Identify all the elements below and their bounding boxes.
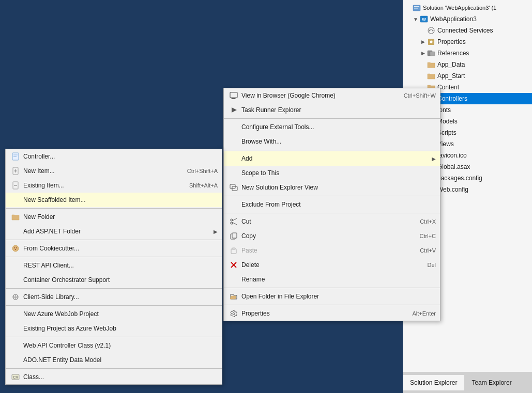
existing-item-label: Existing Item... bbox=[23, 182, 179, 189]
menu-new-folder[interactable]: New Folder bbox=[6, 210, 222, 224]
new-folder-label: New Folder bbox=[23, 213, 218, 221]
menu-task-runner[interactable]: Task Runner Explorer bbox=[224, 103, 440, 117]
models-label: Models bbox=[437, 118, 530, 125]
menu-view-browser[interactable]: View in Browser (Google Chrome) Ctrl+Shi… bbox=[224, 88, 440, 103]
menu-exclude[interactable]: Exclude From Project bbox=[224, 197, 440, 212]
controllers-label: Controllers bbox=[437, 95, 530, 102]
menu-container[interactable]: Container Orchestrator Support bbox=[6, 273, 222, 287]
menu-browse-with[interactable]: Browse With... bbox=[224, 134, 440, 149]
appdata-folder-icon bbox=[427, 60, 436, 69]
tree-item-appstart[interactable]: App_Start bbox=[403, 70, 532, 82]
global-label: Global.asax bbox=[437, 163, 530, 170]
left-sep5 bbox=[6, 305, 222, 306]
task-runner-label: Task Runner Explorer bbox=[241, 106, 436, 114]
aspnet-folder-label: Add ASP.NET Folder bbox=[23, 228, 214, 235]
tab-solution-explorer[interactable]: Solution Explorer bbox=[403, 375, 464, 390]
webapp-label: WebApplication3 bbox=[430, 15, 530, 23]
menu-ado-model[interactable]: ADO.NET Entity Data Model bbox=[6, 353, 222, 367]
new-item-shortcut: Ctrl+Shift+A bbox=[187, 168, 218, 174]
rest-api-icon bbox=[10, 260, 21, 271]
controller-icon bbox=[10, 151, 21, 162]
scissors-icon bbox=[228, 216, 239, 227]
cut-shortcut: Ctrl+X bbox=[420, 218, 436, 225]
arrow-properties: ▶ bbox=[419, 39, 427, 44]
menu-azure-webjob[interactable]: New Azure WebJob Project bbox=[6, 307, 222, 321]
menu-web-api-ctrl[interactable]: Web API Controller Class (v2.1) bbox=[6, 338, 222, 353]
cookiecutter-icon bbox=[10, 243, 21, 254]
properties-shortcut: Alt+Enter bbox=[412, 310, 436, 317]
sep6 bbox=[224, 305, 440, 305]
tab-team-explorer[interactable]: Team Explorer bbox=[464, 375, 519, 390]
svg-line-28 bbox=[233, 218, 237, 221]
menu-new-sol-view[interactable]: New Solution Explorer View bbox=[224, 180, 440, 195]
svg-point-44 bbox=[16, 247, 17, 248]
existing-webjob-label: Existing Project as Azure WebJob bbox=[23, 325, 218, 332]
tree-item-solution[interactable]: Solution 'WebApplication3' (1 bbox=[403, 2, 532, 13]
sep5 bbox=[224, 288, 440, 288]
new-item-icon bbox=[10, 166, 21, 176]
menu-new-item[interactable]: New Item... Ctrl+Shift+A bbox=[6, 164, 222, 178]
class-icon: C# bbox=[10, 372, 21, 382]
menu-scope[interactable]: Scope to This bbox=[224, 166, 440, 180]
task-runner-icon bbox=[228, 105, 239, 115]
svg-point-6 bbox=[429, 30, 431, 32]
monitor-icon bbox=[228, 90, 239, 101]
svg-point-36 bbox=[233, 313, 235, 315]
left-sep4 bbox=[6, 288, 222, 289]
menu-rest-api[interactable]: REST API Client... bbox=[6, 258, 222, 273]
tree-item-connected[interactable]: Connected Services bbox=[403, 25, 532, 36]
new-scaffolded-icon bbox=[10, 195, 21, 205]
existing-item-icon bbox=[10, 180, 21, 191]
sep2 bbox=[224, 150, 440, 150]
new-folder-icon bbox=[10, 212, 21, 222]
rest-api-label: REST API Client... bbox=[23, 262, 218, 269]
webconfig-label: Web.config bbox=[437, 186, 530, 193]
appstart-folder-icon bbox=[427, 71, 436, 81]
aspnet-submenu-arrow: ▶ bbox=[214, 229, 218, 234]
view-browser-shortcut: Ctrl+Shift+W bbox=[404, 92, 436, 99]
existing-item-shortcut: Shift+Alt+A bbox=[189, 182, 218, 188]
properties-menu-label: Properties bbox=[241, 310, 402, 317]
menu-properties[interactable]: Properties Alt+Enter bbox=[224, 306, 440, 321]
menu-client-lib[interactable]: Client-Side Library... bbox=[6, 290, 222, 304]
copy-shortcut: Ctrl+C bbox=[420, 233, 436, 239]
browse-with-icon bbox=[228, 136, 239, 147]
svg-rect-2 bbox=[414, 8, 418, 9]
menu-existing-webjob[interactable]: Existing Project as Azure WebJob bbox=[6, 321, 222, 336]
menu-delete[interactable]: Delete Del bbox=[224, 258, 440, 272]
scope-icon bbox=[228, 168, 239, 178]
menu-cut[interactable]: Cut Ctrl+X bbox=[224, 214, 440, 229]
delete-label: Delete bbox=[241, 261, 417, 269]
menu-controller[interactable]: Controller... bbox=[6, 149, 222, 164]
add-icon bbox=[228, 153, 239, 164]
tree-item-references[interactable]: ▶ References bbox=[403, 48, 532, 59]
left-sep2 bbox=[6, 240, 222, 240]
delete-shortcut: Del bbox=[427, 262, 436, 268]
tree-item-appdata[interactable]: App_Data bbox=[403, 59, 532, 70]
content-label: Content bbox=[437, 84, 530, 91]
rename-label: Rename bbox=[241, 276, 436, 283]
menu-copy[interactable]: Copy Ctrl+C bbox=[224, 229, 440, 243]
tree-item-properties[interactable]: ▶ Properties bbox=[403, 36, 532, 48]
add-label: Add bbox=[241, 155, 432, 162]
left-sep3 bbox=[6, 257, 222, 257]
tree-item-webapp[interactable]: ▼ W WebApplication3 bbox=[403, 13, 532, 25]
packages-label: packages.config bbox=[437, 175, 530, 182]
menu-class[interactable]: C# Class... bbox=[6, 370, 222, 384]
menu-config-tools[interactable]: Configure External Tools... bbox=[224, 120, 440, 134]
views-label: Views bbox=[437, 140, 530, 148]
menu-rename[interactable]: Rename bbox=[224, 272, 440, 287]
menu-cookiecutter[interactable]: From Cookiecutter... bbox=[6, 241, 222, 256]
menu-paste[interactable]: Paste Ctrl+V bbox=[224, 243, 440, 258]
menu-new-scaffolded[interactable]: New Scaffolded Item... bbox=[6, 193, 222, 207]
ado-model-label: ADO.NET Entity Data Model bbox=[23, 356, 218, 364]
bottom-tabs-bar: Solution Explorer Team Explorer bbox=[403, 372, 532, 393]
ado-model-icon bbox=[10, 355, 21, 365]
azure-webjob-label: New Azure WebJob Project bbox=[23, 310, 218, 318]
menu-existing-item[interactable]: Existing Item... Shift+Alt+A bbox=[6, 178, 222, 193]
svg-marker-23 bbox=[232, 107, 237, 113]
menu-open-folder[interactable]: Open Folder in File Explorer bbox=[224, 289, 440, 304]
svg-point-42 bbox=[12, 245, 19, 251]
menu-aspnet-folder[interactable]: Add ASP.NET Folder ▶ bbox=[6, 224, 222, 239]
menu-add[interactable]: Add ▶ bbox=[224, 151, 440, 166]
